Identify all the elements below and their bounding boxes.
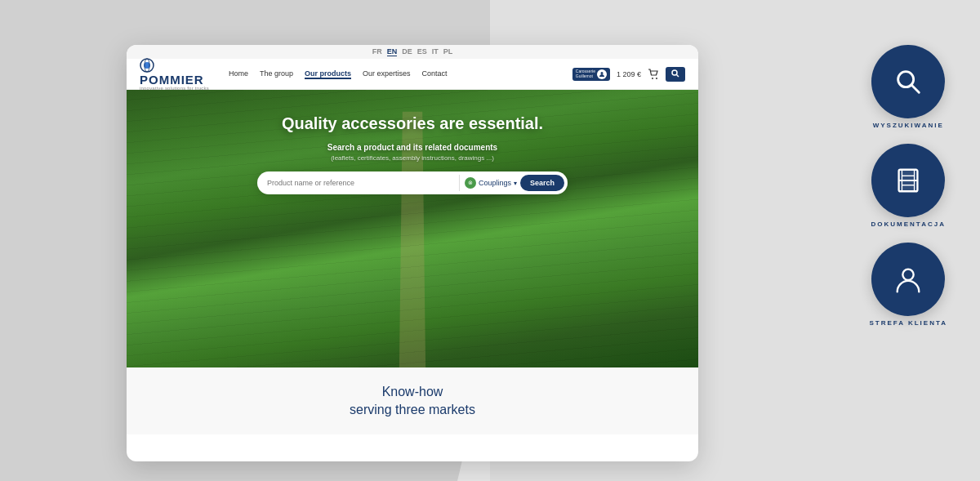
svg-point-4 xyxy=(652,78,653,79)
nav-contact[interactable]: Contact xyxy=(422,69,448,79)
search-icon-nav xyxy=(671,69,679,78)
right-sidebar: WYSZUKIWANIE DOKUMENTACJA STREFA KLIENTA xyxy=(869,45,947,327)
logo-area: POMMIER innovative solutions for trucks xyxy=(140,58,209,91)
sidebar-client-item[interactable]: STREFA KLIENTA xyxy=(869,243,947,327)
sidebar-search-circle[interactable] xyxy=(871,45,945,118)
hero-subtitle2: (leaflets, certificates, assembly instru… xyxy=(143,154,682,162)
hero-title: Quality accessories are essential. xyxy=(143,114,682,133)
bottom-section: Know-how serving three markets xyxy=(127,367,698,434)
nav-home[interactable]: Home xyxy=(229,69,248,79)
user-avatar xyxy=(597,69,607,79)
lang-bar: FR EN DE ES IT PL xyxy=(127,45,698,59)
know-how-line1: Know-how xyxy=(350,383,475,401)
sidebar-search-item[interactable]: WYSZUKIWANIE xyxy=(869,45,947,129)
search-bar: ⊗ Couplings ▾ Search xyxy=(257,171,568,194)
lang-fr[interactable]: FR xyxy=(372,47,382,56)
search-input[interactable] xyxy=(267,179,454,187)
nav-right: CarosserieGuillemot 1 209 € xyxy=(572,67,685,82)
svg-line-28 xyxy=(911,85,920,93)
lang-it[interactable]: IT xyxy=(432,47,439,56)
nav-products[interactable]: Our products xyxy=(305,69,351,79)
lang-es[interactable]: ES xyxy=(417,47,427,56)
dropdown-chevron: ▾ xyxy=(514,180,517,187)
svg-point-5 xyxy=(656,78,657,79)
hero-section: Quality accessories are essential. Searc… xyxy=(127,90,698,367)
logo-icon xyxy=(140,58,154,73)
sidebar-book-icon xyxy=(893,165,924,196)
lang-en[interactable]: EN xyxy=(387,47,398,56)
know-how-text: Know-how serving three markets xyxy=(350,383,475,420)
svg-point-34 xyxy=(903,269,914,280)
svg-line-7 xyxy=(677,74,679,77)
nav-group[interactable]: The group xyxy=(260,69,293,79)
sidebar-client-label: STREFA KLIENTA xyxy=(869,319,947,327)
search-category-dropdown[interactable]: ⊗ Couplings ▾ xyxy=(465,177,517,189)
lang-de[interactable]: DE xyxy=(402,47,412,56)
category-label: Couplings xyxy=(479,179,511,187)
svg-point-3 xyxy=(600,72,603,74)
company-name: CarosserieGuillemot xyxy=(576,69,595,78)
cart-icon[interactable] xyxy=(648,69,659,80)
nav-bar: POMMIER innovative solutions for trucks … xyxy=(127,59,698,90)
search-button[interactable]: Search xyxy=(520,175,564,191)
user-icon xyxy=(599,71,605,78)
category-icon: ⊗ xyxy=(465,177,476,189)
logo-text: POMMIER xyxy=(140,73,204,86)
hero-subtitle: Search a product and its related documen… xyxy=(143,143,682,152)
sidebar-person-icon xyxy=(893,264,924,295)
nav-expertises[interactable]: Our expertises xyxy=(363,69,411,79)
sidebar-docs-item[interactable]: DOKUMENTACJA xyxy=(869,144,947,228)
sidebar-docs-label: DOKUMENTACJA xyxy=(871,220,946,228)
sidebar-search-icon xyxy=(893,66,924,97)
nav-links: Home The group Our products Our expertis… xyxy=(229,69,572,79)
sidebar-docs-circle[interactable] xyxy=(871,144,945,217)
search-divider xyxy=(459,175,460,191)
company-badge: CarosserieGuillemot xyxy=(572,68,610,81)
cart-price: 1 209 € xyxy=(617,70,641,78)
nav-search-button[interactable] xyxy=(666,67,685,82)
sidebar-search-label: WYSZUKIWANIE xyxy=(873,122,944,129)
lang-pl[interactable]: PL xyxy=(443,47,453,56)
hero-content: Quality accessories are essential. Searc… xyxy=(127,90,698,194)
know-how-line2: serving three markets xyxy=(350,401,475,419)
sidebar-client-circle[interactable] xyxy=(871,243,945,316)
svg-point-6 xyxy=(672,70,677,75)
browser-window: FR EN DE ES IT PL POMMIER innovative sol… xyxy=(127,45,698,461)
